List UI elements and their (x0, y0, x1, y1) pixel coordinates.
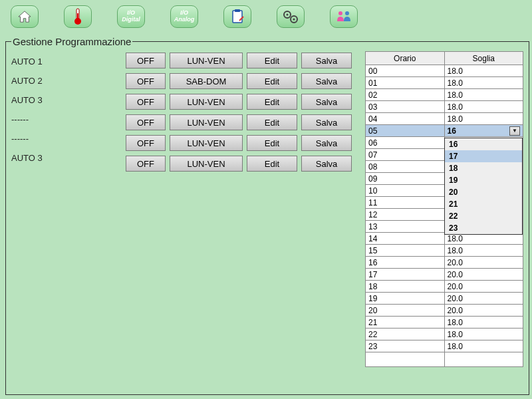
hour-cell[interactable]: 11 (366, 197, 445, 209)
edit-button[interactable]: Edit (247, 135, 297, 151)
table-row[interactable]: 1620.0 (366, 257, 523, 269)
save-button[interactable]: Salva (301, 94, 352, 110)
threshold-cell[interactable]: 20.0 (444, 305, 523, 317)
threshold-cell[interactable]: 18.0 (444, 340, 523, 352)
dropdown-option[interactable]: 23 (445, 222, 522, 234)
off-button[interactable]: OFF (126, 94, 166, 110)
dropdown-option[interactable]: 21 (445, 198, 522, 210)
io-analog-button[interactable]: I/O Analog (170, 5, 198, 28)
program-label: AUTO 3 (11, 151, 126, 166)
dropdown-option[interactable]: 18 (445, 162, 522, 174)
hour-cell[interactable]: 12 (366, 209, 445, 221)
hour-cell[interactable]: 13 (366, 221, 445, 233)
svg-point-10 (345, 11, 349, 15)
table-row[interactable]: 1720.0 (366, 269, 523, 281)
threshold-cell[interactable]: 18.0 (444, 89, 523, 101)
home-button[interactable] (11, 5, 39, 28)
dropdown-option[interactable]: 17 (445, 150, 522, 162)
hour-cell[interactable]: 03 (366, 101, 445, 113)
hour-cell[interactable]: 19 (366, 293, 445, 305)
edit-button[interactable]: Edit (247, 94, 297, 110)
hour-cell[interactable]: 09 (366, 173, 445, 185)
threshold-cell[interactable]: 18.0 (444, 65, 523, 77)
hour-cell[interactable]: 18 (366, 281, 445, 293)
hour-cell[interactable]: 23 (366, 340, 445, 352)
edit-button[interactable]: Edit (247, 73, 297, 89)
days-button[interactable]: LUN-VEN (170, 114, 243, 130)
table-row[interactable]: 1820.0 (366, 281, 523, 293)
hour-cell[interactable]: 14 (366, 233, 445, 245)
days-button[interactable]: LUN-VEN (170, 53, 243, 68)
days-button[interactable]: LUN-VEN (170, 135, 243, 151)
off-button[interactable]: OFF (126, 114, 166, 130)
threshold-dropdown-list[interactable]: 1617181920212223 (444, 138, 523, 235)
edit-button[interactable]: Edit (247, 53, 297, 68)
hour-cell[interactable]: 04 (366, 113, 445, 125)
threshold-cell[interactable]: 18.0 (444, 113, 523, 125)
hour-cell[interactable]: 20 (366, 305, 445, 317)
hour-cell[interactable]: 17 (366, 269, 445, 281)
dropdown-option[interactable]: 19 (445, 174, 522, 186)
table-row[interactable]: 2118.0 (366, 317, 523, 329)
users-button[interactable] (330, 5, 358, 28)
days-button[interactable]: LUN-VEN (170, 94, 243, 110)
save-button[interactable]: Salva (301, 53, 352, 68)
save-button[interactable]: Salva (301, 114, 352, 130)
days-button[interactable]: LUN-VEN (170, 156, 243, 172)
threshold-cell[interactable]: 18.0 (444, 317, 523, 329)
hour-cell[interactable]: 02 (366, 89, 445, 101)
threshold-cell[interactable]: 18.0 (444, 77, 523, 89)
hour-cell[interactable]: 10 (366, 185, 445, 197)
chevron-down-icon[interactable]: ▼ (509, 126, 520, 136)
off-button[interactable]: OFF (126, 135, 166, 151)
header-hour[interactable]: Orario (366, 52, 445, 65)
off-button[interactable]: OFF (126, 73, 166, 89)
edit-button[interactable]: Edit (247, 114, 297, 130)
edit-button[interactable]: Edit (247, 156, 297, 172)
threshold-cell[interactable]: 18.0 (444, 101, 523, 113)
table-row[interactable]: 2318.0 (366, 340, 523, 352)
table-row[interactable]: 1518.0 (366, 245, 523, 257)
table-row[interactable]: 1920.0 (366, 293, 523, 305)
table-row[interactable]: 2218.0 (366, 329, 523, 340)
days-button[interactable]: SAB-DOM (170, 73, 243, 89)
save-button[interactable]: Salva (301, 156, 352, 172)
clipboard-button[interactable] (223, 5, 251, 28)
threshold-cell[interactable]: 18.0 (444, 245, 523, 257)
table-row[interactable]: 0318.0 (366, 101, 523, 113)
off-button[interactable]: OFF (126, 156, 166, 172)
settings-button[interactable] (277, 5, 305, 28)
table-row[interactable]: 0118.0 (366, 77, 523, 89)
hour-cell[interactable]: 07 (366, 149, 445, 161)
table-row[interactable]: 0018.0 (366, 65, 523, 77)
dropdown-option[interactable]: 22 (445, 210, 522, 222)
save-button[interactable]: Salva (301, 135, 352, 151)
table-row[interactable]: 2020.0 (366, 305, 523, 317)
threshold-cell[interactable]: 20.0 (444, 257, 523, 269)
table-row[interactable]: 0218.0 (366, 89, 523, 101)
threshold-cell[interactable]: 20.0 (444, 281, 523, 293)
threshold-cell[interactable]: 20.0 (444, 293, 523, 305)
table-row[interactable]: 0516▼ (366, 125, 523, 137)
hour-cell[interactable]: 08 (366, 161, 445, 173)
hour-cell[interactable]: 00 (366, 65, 445, 77)
save-button[interactable]: Salva (301, 73, 352, 89)
header-threshold[interactable]: Soglia (444, 52, 523, 65)
hour-cell[interactable]: 15 (366, 245, 445, 257)
dropdown-option[interactable]: 16 (445, 138, 522, 150)
dropdown-option[interactable]: 20 (445, 186, 522, 198)
hour-cell[interactable]: 06 (366, 137, 445, 149)
hour-cell[interactable]: 16 (366, 257, 445, 269)
hour-cell[interactable]: 01 (366, 77, 445, 89)
threshold-input-value[interactable]: 16 (448, 126, 456, 136)
off-button[interactable]: OFF (126, 53, 166, 68)
hour-cell[interactable]: 22 (366, 329, 445, 340)
threshold-cell[interactable]: 16▼ (444, 125, 523, 137)
table-row[interactable]: 0418.0 (366, 113, 523, 125)
temperature-button[interactable] (64, 5, 92, 28)
hour-cell[interactable]: 21 (366, 317, 445, 329)
threshold-cell[interactable]: 18.0 (444, 329, 523, 340)
io-digital-button[interactable]: I/O Digital (117, 5, 145, 28)
hour-cell[interactable]: 05 (366, 125, 445, 137)
threshold-cell[interactable]: 20.0 (444, 269, 523, 281)
